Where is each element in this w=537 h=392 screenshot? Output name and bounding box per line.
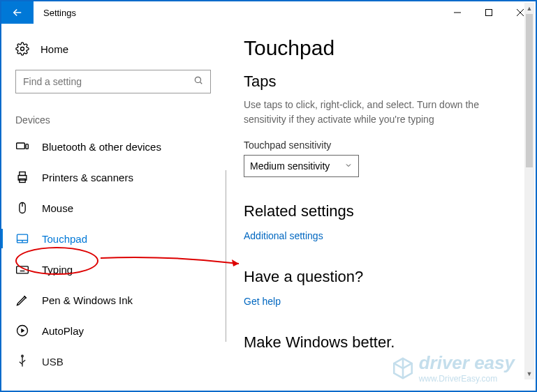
scroll-up-icon[interactable]: ▲ [524, 3, 534, 14]
back-button[interactable] [1, 1, 34, 24]
usb-icon [15, 354, 29, 368]
nav-item-bluetooth[interactable]: Bluetooth & other devices [1, 131, 225, 162]
nav-label: Printers & scanners [42, 172, 133, 183]
search-box[interactable] [15, 70, 211, 93]
search-icon [193, 75, 203, 88]
nav-label: AutoPlay [42, 325, 84, 337]
nav-item-pen[interactable]: Pen & Windows Ink [1, 285, 225, 315]
arrow-left-icon [11, 6, 24, 19]
printer-icon [15, 170, 29, 184]
svg-rect-10 [20, 172, 25, 176]
svg-rect-11 [20, 179, 25, 183]
nav-list: Bluetooth & other devices Printers & sca… [1, 131, 225, 377]
svg-marker-24 [21, 329, 24, 333]
search-container [1, 61, 225, 93]
taps-description: Use taps to click, right-click, and sele… [244, 98, 495, 127]
nav-item-mouse[interactable]: Mouse [1, 193, 225, 223]
svg-rect-17 [17, 266, 29, 273]
nav-item-printers[interactable]: Printers & scanners [1, 162, 225, 193]
pen-icon [15, 293, 29, 307]
nav-label: Bluetooth & other devices [42, 141, 161, 153]
home-label: Home [41, 43, 68, 55]
maximize-button[interactable] [473, 1, 504, 24]
svg-rect-8 [26, 144, 28, 149]
titlebar: Settings [1, 1, 536, 24]
sensitivity-label: Touchpad sensitivity [244, 140, 522, 151]
svg-rect-1 [485, 10, 492, 16]
left-pane: Home Devices Bluetooth & other devices [1, 24, 225, 391]
maximize-icon [485, 8, 493, 17]
vertical-scrollbar[interactable]: ▲ ▼ [524, 3, 534, 379]
sensitivity-dropdown[interactable]: Medium sensitivity [244, 155, 359, 177]
dropdown-value: Medium sensitivity [250, 160, 330, 172]
nav-item-usb[interactable]: USB [1, 346, 225, 377]
taps-heading: Taps [244, 73, 522, 91]
autoplay-icon [15, 324, 29, 338]
svg-rect-7 [17, 143, 25, 149]
window-title: Settings [34, 1, 441, 24]
nav-item-autoplay[interactable]: AutoPlay [1, 315, 225, 346]
nav-label: Mouse [42, 202, 73, 214]
scroll-down-icon[interactable]: ▼ [524, 368, 534, 379]
svg-line-6 [200, 82, 202, 84]
right-pane: Touchpad Taps Use taps to click, right-c… [225, 24, 536, 391]
mouse-icon [15, 201, 29, 215]
close-icon [516, 8, 524, 17]
search-input[interactable] [23, 76, 193, 87]
get-help-link[interactable]: Get help [244, 296, 281, 307]
additional-settings-link[interactable]: Additional settings [244, 230, 323, 241]
home-button[interactable]: Home [1, 36, 225, 61]
minimize-button[interactable] [441, 1, 473, 24]
nav-label: Pen & Windows Ink [42, 294, 133, 306]
category-label: Devices [1, 93, 225, 131]
keyboard-icon [15, 262, 29, 276]
question-heading: Have a question? [244, 268, 522, 286]
window-body: Home Devices Bluetooth & other devices [1, 24, 536, 391]
scroll-thumb[interactable] [526, 14, 533, 167]
window-controls [441, 1, 536, 24]
nav-label: USB [42, 356, 64, 368]
nav-item-touchpad[interactable]: Touchpad [1, 223, 225, 254]
page-title: Touchpad [244, 36, 522, 60]
chevron-down-icon [344, 160, 353, 172]
related-heading: Related settings [244, 202, 522, 220]
pane-divider [226, 170, 226, 342]
better-heading: Make Windows better. [244, 333, 522, 352]
settings-window: Settings Home [0, 0, 537, 392]
nav-label: Touchpad [42, 233, 87, 245]
devices-icon [15, 140, 29, 153]
touchpad-icon [15, 232, 29, 246]
minimize-icon [453, 8, 462, 17]
nav-item-typing[interactable]: Typing [1, 254, 225, 285]
svg-point-4 [21, 47, 24, 51]
nav-label: Typing [42, 264, 73, 276]
svg-point-5 [195, 77, 200, 82]
gear-icon [15, 42, 29, 56]
